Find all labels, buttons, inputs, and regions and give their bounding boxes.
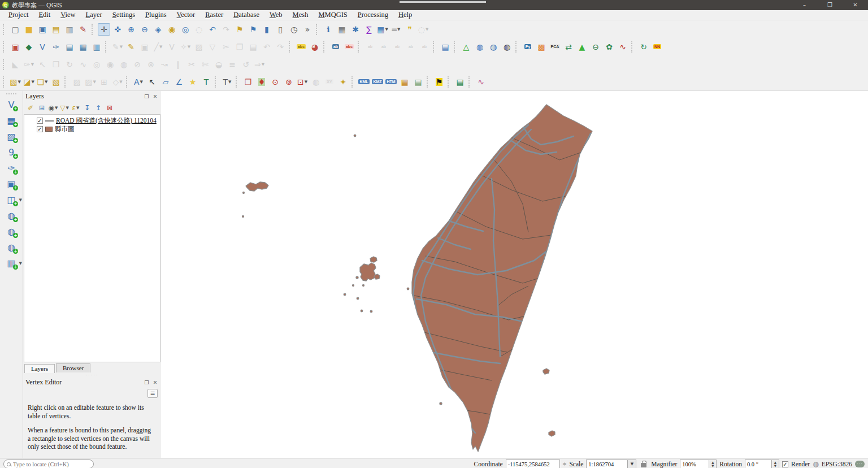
- crs-globe-icon[interactable]: ◍: [813, 460, 818, 468]
- menu-settings[interactable]: Settings: [107, 11, 140, 19]
- new-mesh-layer-icon[interactable]: ▦: [77, 41, 89, 53]
- layer-label[interactable]: 縣市圖: [55, 125, 75, 133]
- map-canvas[interactable]: [161, 91, 868, 458]
- show-bookmark-manager-icon[interactable]: ▮: [261, 23, 273, 36]
- flag-tool-icon[interactable]: ⚑: [433, 76, 445, 88]
- close-panel-icon[interactable]: ✕: [151, 379, 159, 386]
- select-by-location-icon[interactable]: ▧: [50, 76, 62, 88]
- layer-visibility-checkbox[interactable]: ✓: [37, 126, 43, 132]
- new-spatialite-layer-icon[interactable]: ✑: [50, 41, 62, 53]
- multi-buffer-plugin-icon[interactable]: ✿: [603, 41, 615, 53]
- map-themes-book-icon[interactable]: ▯: [274, 23, 287, 36]
- select-region-points-icon[interactable]: ⊡▼: [296, 76, 309, 88]
- pin-unpin-labels-icon[interactable]: ab: [329, 41, 342, 53]
- add-wcs-layer-icon[interactable]: ◍+: [4, 224, 19, 239]
- add-polygon-annotation-icon[interactable]: ▱: [159, 76, 172, 88]
- toggle-editing-icon[interactable]: ✎: [125, 41, 137, 53]
- layer-swap-plugin-icon[interactable]: ⇄: [562, 41, 575, 53]
- add-line-annotation-icon[interactable]: ∠: [173, 76, 185, 88]
- add-mesh-layer-icon[interactable]: ▨+: [4, 129, 19, 144]
- map-tiles-preview-icon[interactable]: ▤: [412, 76, 424, 88]
- layer-diagram-options-icon[interactable]: ◕: [309, 41, 321, 53]
- pca-plugin-icon[interactable]: PCA: [549, 41, 561, 53]
- new-gpx-layer-icon[interactable]: ▤: [63, 41, 76, 53]
- epsg-status[interactable]: EPSG:3826: [822, 461, 852, 467]
- quickmap-services-icon[interactable]: ▦: [398, 76, 411, 88]
- coordinate-input[interactable]: -115475,2584652: [506, 460, 560, 468]
- heatmap-plugin-icon[interactable]: ▩: [535, 41, 548, 53]
- generalizer-plugin-icon[interactable]: ⊖: [589, 41, 602, 53]
- menu-mesh[interactable]: Mesh: [288, 11, 314, 19]
- measure-line-icon[interactable]: ═▼: [390, 23, 402, 36]
- close-panel-icon[interactable]: ✕: [151, 93, 159, 100]
- refresh-attribute-table-plugin-icon[interactable]: ↻: [637, 41, 650, 53]
- add-wms-layer-icon[interactable]: ◍: [474, 41, 486, 53]
- group-stats-tool-icon[interactable]: ▤: [454, 76, 466, 88]
- text-annotation-balloon-icon[interactable]: T▼: [221, 76, 233, 88]
- zoom-out-icon[interactable]: ⊖: [138, 23, 151, 36]
- open-attribute-table-icon[interactable]: ▦▼: [376, 23, 389, 36]
- zoom-to-points-icon[interactable]: ⊚: [283, 76, 295, 88]
- add-delimited-text-layer-icon[interactable]: 9+: [4, 145, 19, 159]
- filter-legend-icon[interactable]: ▽▼: [59, 103, 70, 113]
- export-to-document-icon[interactable]: ❐: [242, 76, 254, 88]
- zoom-to-selection-icon[interactable]: ◉: [166, 23, 178, 36]
- layer-visibility-checkbox[interactable]: ✓: [37, 118, 43, 124]
- select-features-by-value-icon[interactable]: ◪▼: [23, 76, 35, 88]
- add-raster-layer-icon[interactable]: ▦+: [4, 114, 19, 128]
- zoom-full-icon[interactable]: ◈: [152, 23, 164, 36]
- tab-layers[interactable]: Layers: [24, 364, 55, 373]
- new-print-layout-icon[interactable]: ▤: [50, 23, 62, 36]
- open-data-source-manager-icon[interactable]: ▣: [9, 41, 21, 53]
- add-postgis-layer-icon[interactable]: ◫+▼: [4, 193, 19, 207]
- menu-vector[interactable]: Vector: [172, 11, 201, 19]
- menu-edit[interactable]: Edit: [33, 11, 55, 19]
- lock-scale-icon[interactable]: [641, 463, 646, 467]
- save-project-icon[interactable]: ▣: [36, 23, 49, 36]
- menu-database[interactable]: Database: [228, 11, 264, 19]
- close-button-icon[interactable]: ✕: [843, 0, 868, 10]
- magnifier-spinner[interactable]: ▲▼: [709, 460, 717, 468]
- minimize-button-icon[interactable]: –: [792, 0, 817, 10]
- pan-map-icon[interactable]: ✛: [98, 23, 110, 36]
- float-panel-icon[interactable]: ❐: [143, 93, 150, 100]
- scale-combo[interactable]: 1:1862704: [586, 460, 628, 468]
- remove-layer-group-icon[interactable]: ⊠: [105, 103, 115, 113]
- statistical-summary-icon[interactable]: ▦: [336, 23, 348, 36]
- panel-splitter[interactable]: ·····: [23, 372, 161, 377]
- terrain-shading-plugin-icon[interactable]: ▲: [576, 41, 588, 53]
- check-geometry-validity-icon[interactable]: △: [460, 41, 472, 53]
- restore-button-icon[interactable]: ❐: [817, 0, 843, 10]
- html-export-icon[interactable]: HTM: [385, 76, 397, 88]
- tool-settings-wrench-icon[interactable]: ✦: [337, 76, 349, 88]
- zoom-to-layer-icon[interactable]: ◎: [179, 23, 192, 36]
- rotation-input[interactable]: 0.0 °: [745, 460, 772, 468]
- processing-toolbox-icon[interactable]: ✱: [349, 23, 362, 36]
- add-group-icon[interactable]: ⊞: [37, 103, 47, 113]
- python-console-icon[interactable]: Py: [522, 41, 534, 53]
- menu-help[interactable]: Help: [393, 11, 417, 19]
- add-text-annotation-icon[interactable]: T: [200, 76, 212, 88]
- db-manager-icon[interactable]: ▤: [439, 41, 452, 53]
- add-wfs-layer-icon[interactable]: ◍+: [4, 240, 19, 254]
- layer-item[interactable]: ✓ROAD 國省道(含快速公路) 1120104: [24, 116, 160, 125]
- new-geopackage-layer-icon[interactable]: ◆: [23, 41, 35, 53]
- magnifier-input[interactable]: 100%: [680, 460, 709, 468]
- add-wms-wmts-layer-icon[interactable]: ◍+: [4, 209, 19, 223]
- zoom-in-icon[interactable]: ⊕: [125, 23, 137, 36]
- new-spatial-bookmark-icon[interactable]: ⚑: [233, 23, 246, 36]
- temporal-controller-icon[interactable]: ◷: [288, 23, 300, 36]
- highlight-pinned-labels-icon[interactable]: abc: [343, 41, 355, 53]
- open-layer-styling-panel-icon[interactable]: ✐: [25, 103, 36, 113]
- mouse-position-icon[interactable]: ⌖: [563, 460, 567, 468]
- new-virtual-layer-icon[interactable]: ▥: [90, 41, 103, 53]
- add-virtual-layer-icon[interactable]: ▥+▼: [4, 256, 19, 270]
- show-statistics-icon[interactable]: ∑: [363, 23, 375, 36]
- zoom-last-icon[interactable]: ↶: [206, 23, 219, 36]
- menu-layer[interactable]: Layer: [81, 11, 107, 19]
- show-spatial-bookmarks-icon[interactable]: ⚑: [247, 23, 259, 36]
- menu-project[interactable]: Project: [3, 11, 33, 19]
- filter-by-expression-icon[interactable]: ε▼: [71, 103, 81, 113]
- float-panel-icon[interactable]: ❐: [143, 379, 150, 386]
- new-shapefile-layer-icon[interactable]: V: [36, 41, 49, 53]
